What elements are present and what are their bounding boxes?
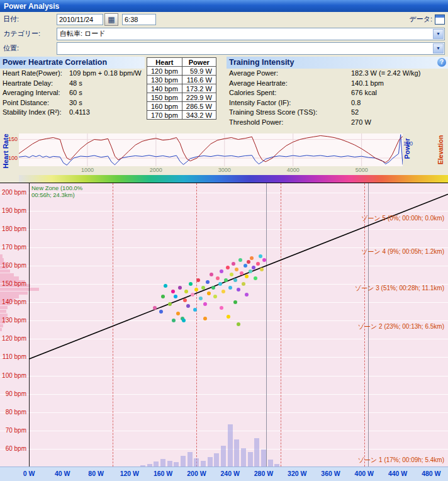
strip-x-tick-label: 4000 — [287, 167, 300, 173]
strip-x-tick-label: 1000 — [81, 167, 94, 173]
x-axis-label: 280 W — [254, 470, 273, 477]
scatter-point — [260, 268, 264, 271]
y-axis-label: 70 bpm — [0, 427, 26, 434]
scatter-point — [171, 290, 175, 293]
strip-hr-tick: 100 — [5, 155, 18, 161]
power-histogram-bar — [167, 461, 172, 467]
correlation-row: Stability Index (R²):0.4113 — [0, 108, 145, 118]
scatter-point — [199, 297, 203, 300]
location-select[interactable]: ▼ — [57, 42, 445, 55]
power-histogram-bar — [154, 461, 159, 467]
scatter-point — [211, 286, 215, 290]
y-axis-label: 150 bpm — [0, 280, 26, 287]
scatter-point — [238, 258, 242, 262]
power-histogram-bar — [234, 439, 239, 467]
h-gridline — [0, 320, 448, 321]
scatter-plot[interactable]: 200 bpm190 bpm180 bpm170 bpm160 bpm150 b… — [0, 183, 448, 467]
table-header-power: Power — [182, 58, 216, 67]
scatter-point — [220, 269, 223, 273]
scatter-point — [213, 295, 217, 298]
hr-power-strip-chart: Heart Rate 150 100 10002000300040005000 … — [0, 131, 448, 175]
scatter-point — [256, 262, 260, 266]
strip-x-tick-label: 2000 — [150, 167, 162, 173]
strip-x-tick-label: 3000 — [218, 167, 231, 173]
zone-label: ゾーン 3 (51%; 00:28h; 11.1km) — [355, 284, 444, 293]
category-value: 自転車: ロード — [60, 29, 106, 38]
power-histogram-bar — [160, 459, 165, 467]
location-label: 位置: — [3, 43, 57, 53]
scatter-point — [216, 276, 220, 280]
intensity-row: Intensity Factor (IF):0.8 — [227, 98, 448, 108]
table-row: 160 bpm286.5 W — [147, 102, 216, 111]
scatter-point — [206, 280, 210, 284]
scatter-point — [176, 312, 180, 315]
y-axis-line — [29, 183, 30, 467]
scatter-point — [189, 282, 193, 286]
scatter-point — [159, 310, 163, 314]
h-gridline — [0, 339, 448, 339]
table-row: 150 bpm229.9 W — [147, 93, 216, 102]
new-zone-label: New Zone (100.0%00:56h; 24.3km) — [31, 184, 82, 198]
scatter-point — [183, 298, 187, 302]
power-histogram-bar — [174, 462, 179, 467]
x-axis-label: 440 W — [388, 470, 407, 477]
titlebar[interactable]: Power Analysis — [0, 0, 448, 12]
training-intensity-header: Training Intensity ? — [227, 57, 448, 69]
power-histogram-bar — [181, 456, 186, 467]
scatter-point — [161, 295, 165, 298]
scatter-point — [194, 288, 198, 291]
scatter-point — [227, 315, 230, 319]
x-axis-label: 80 W — [88, 470, 104, 477]
scatter-point — [245, 293, 249, 297]
scatter-point — [193, 308, 197, 312]
power-histogram-bar — [194, 458, 199, 467]
scatter-point — [228, 286, 232, 290]
hr-histogram-bar — [0, 276, 19, 280]
scatter-point — [184, 290, 188, 293]
y-axis-label: 140 bpm — [0, 298, 26, 305]
power-histogram-bar — [248, 452, 253, 467]
hr-histogram-bar — [0, 291, 28, 295]
time-color-gradient-bar — [19, 175, 448, 183]
x-axis-label: 200 W — [187, 470, 206, 477]
intensity-row: Average Heartrate:140.1 bpm — [227, 79, 448, 89]
scatter-point — [172, 319, 176, 322]
chevron-down-icon: ▼ — [433, 29, 444, 39]
y-axis-label: 170 bpm — [0, 244, 26, 251]
h-gridline — [0, 302, 448, 303]
data-report-icon[interactable] — [435, 14, 445, 25]
v-gridline-dashed — [113, 183, 113, 467]
y-axis-label: 130 bpm — [0, 317, 26, 324]
correlation-row: Point Distance:30 s — [0, 98, 145, 108]
scatter-point — [174, 295, 177, 298]
h-gridline — [0, 394, 448, 395]
scatter-point — [178, 286, 182, 290]
category-label: カテゴリー: — [3, 29, 57, 38]
hr-power-table: HeartPower 120 bpm59.9 W 130 bpm116.6 W … — [147, 57, 216, 120]
h-gridline — [0, 211, 448, 212]
hr-histogram-bar — [0, 254, 3, 257]
data-label: データ: — [409, 14, 432, 24]
v-gridline-dashed — [281, 183, 281, 467]
table-row: 120 bpm59.9 W — [147, 67, 216, 76]
category-select[interactable]: 自転車: ロード ▼ — [57, 28, 445, 40]
h-gridline — [0, 229, 448, 230]
y-axis-label: 190 bpm — [0, 207, 26, 214]
intensity-row: Training Stress Score (TSS):52 — [227, 108, 448, 118]
date-input[interactable] — [57, 14, 103, 25]
correlation-row: Averaging Interval:60 s — [0, 88, 145, 98]
window-title: Power Analysis — [4, 2, 59, 11]
h-gridline — [0, 376, 448, 376]
scatter-point — [259, 254, 262, 258]
calendar-button[interactable]: ▦ — [104, 13, 118, 26]
power-x-axis: 0 W40 W80 W120 W160 W200 W240 W280 W320 … — [0, 467, 448, 481]
x-axis-label: 320 W — [288, 470, 306, 477]
scatter-point — [230, 273, 233, 276]
time-input[interactable] — [122, 14, 156, 25]
y-axis-label: 80 bpm — [0, 409, 26, 416]
x-axis-label: 120 W — [120, 470, 139, 477]
power-histogram-bar — [241, 448, 246, 467]
help-icon[interactable]: ? — [437, 58, 446, 67]
table-row: 130 bpm116.6 W — [147, 76, 216, 84]
hr-histogram-bar — [0, 314, 8, 317]
